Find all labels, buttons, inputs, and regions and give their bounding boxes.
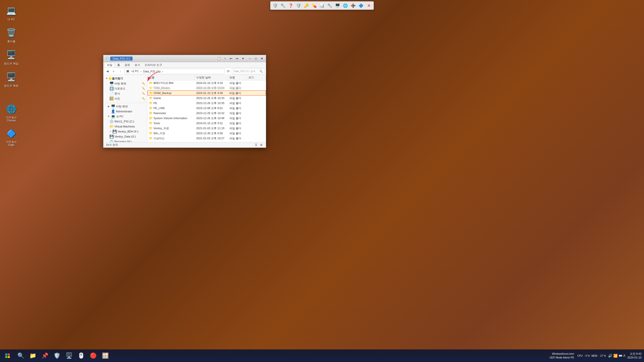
file-row-pe[interactable]: 📁 PE 2023-12-26 오후 10:35 파일 폴더: [147, 101, 266, 106]
taskbar-clock[interactable]: 오전 9:42 2024-01-10: [627, 352, 641, 360]
file-row-recycle[interactable]: 📁 $RECYCLE.BIN 2024-01-10 오후 9:33 파일 폴더: [147, 80, 266, 85]
nav-item-win11[interactable]: 💿 Win11_P31 (C:): [103, 119, 147, 124]
ribbon-tab-view[interactable]: 보기: [133, 63, 142, 67]
file-row-sysvolinfo[interactable]: 📁 System Volume Information 2023-12-26 오…: [147, 116, 266, 121]
file-row-win-prev[interactable]: 📁 Win_이전 2023-12-30 오후 6:56 파일 폴더: [147, 131, 266, 136]
toolbar-btn-pill[interactable]: 💊: [311, 2, 318, 9]
toolbar-btn-help[interactable]: ❓: [287, 2, 294, 9]
file-row-rainmeter[interactable]: 📁 Rainmeter 2023-12-26 오후 10:32 파일 폴더: [147, 111, 266, 116]
taskbar-app-pin[interactable]: 📌: [39, 350, 51, 361]
file-row-dism[interactable]: 📁 DISM_Backup 2024-01-10 오후 9:40 파일 폴더: [147, 90, 266, 96]
nav-item-recovery[interactable]: 💿 Recovery (H:): [103, 139, 147, 142]
maximize-button[interactable]: □: [253, 56, 259, 61]
taskbar-app-mouse[interactable]: 🖱️: [75, 350, 87, 361]
nav-item-desktop[interactable]: 🖥️ 바탕 화면 ✏️: [103, 81, 147, 86]
nav-item-ventoy-data[interactable]: 💾 Ventoy_Data (G:): [103, 134, 147, 139]
col-date[interactable]: 수정한 날짜: [195, 75, 228, 80]
systray-icon-1[interactable]: 🔊: [608, 354, 612, 358]
file-row-7234drivers[interactable]: 📁 7234_Drivers 2023-12-26 오후 10:34 파일 폴더: [147, 85, 266, 90]
toolbar-btn-chrome[interactable]: 🌐: [342, 2, 349, 9]
close-button[interactable]: ✕: [259, 56, 265, 61]
large-icons-button[interactable]: ⊞: [259, 143, 263, 147]
file-name-vm-ko: 📁 가상머신: [147, 136, 195, 141]
toolbar-btn-close[interactable]: ✕: [365, 2, 372, 9]
search-box[interactable]: Data_P31 (Y:) 검색 🔍: [232, 69, 265, 74]
title-down-arrow[interactable]: ▼: [240, 56, 246, 61]
file-row-game[interactable]: 📁 Game 2023-12-26 오후 10:33 파일 폴더: [147, 96, 266, 101]
taskbar-app-shield[interactable]: 🛡️: [51, 350, 63, 361]
title-redo-btn[interactable]: ↪: [234, 56, 240, 61]
start-button[interactable]: [1, 351, 14, 361]
nav-item-ventoy-bdh[interactable]: ✔ 💾 Ventoy_BDH (F:): [103, 129, 147, 134]
file-row-tools[interactable]: 📁 Tools 2024-01-10 오후 9:31 파일 폴더: [147, 121, 266, 126]
toolbar-btn-monitor[interactable]: 🖥️: [334, 2, 341, 9]
ribbon: 파일 홈 공유 보기 드라이브 도구: [103, 62, 266, 68]
file-date-tools: 2024-01-10 오후 9:31: [195, 121, 228, 126]
toolbar-btn-shield[interactable]: 🛡️: [272, 2, 279, 9]
ribbon-tab-drive-tools[interactable]: 드라이브 도구: [143, 63, 164, 67]
toolbar-btn-edge[interactable]: 🔷: [357, 2, 365, 9]
desktop-icon-win-copy[interactable]: 🖥️ 윈도우 복본: [1, 69, 21, 90]
desktop-icon-my-pc[interactable]: 💻 내 PC: [1, 3, 21, 23]
systray: 🔊 📶 ⌨️ A: [608, 354, 625, 358]
title-new-btn[interactable]: 📋: [216, 56, 222, 61]
nav-item-admin[interactable]: 👤 Administrator: [103, 109, 147, 114]
col-name[interactable]: 이름: [147, 75, 195, 80]
nav-item-desktop2[interactable]: ▶ 🖥️ 바탕 화면: [103, 104, 147, 109]
nav-item-pics[interactable]: 🖼️ 사진 ✏️: [103, 96, 147, 101]
ribbon-tab-file[interactable]: 파일: [105, 62, 115, 67]
desktop-icon-chrome[interactable]: 🌐 지역 동네Chrome: [1, 101, 21, 124]
desktop-icon-win-backup[interactable]: 🖥️ 윈도우 백업: [1, 47, 21, 68]
nav-item-vm[interactable]: 📁 Virtual Machines: [103, 124, 147, 129]
desktop-icon-edge[interactable]: 🔷 지역 동네Edge: [1, 125, 21, 149]
col-type[interactable]: 유형: [228, 75, 247, 80]
systray-icon-2[interactable]: 📶: [613, 354, 618, 358]
nav-favorites-header[interactable]: ▼ ⭐ 즐겨찾기: [103, 76, 147, 81]
win-backup-icon: 🖥️: [5, 49, 17, 61]
folder-icon-7234: 📁: [149, 86, 152, 90]
nav-item-docs[interactable]: 📄 문서 ✏️: [103, 91, 147, 96]
title-up-btn[interactable]: ↑: [222, 56, 228, 61]
file-row-vm-ko[interactable]: 📁 가상머신 2021-01-03 오후 10:27 파일 폴더: [147, 136, 266, 141]
ribbon-tab-share[interactable]: 공유: [123, 63, 132, 67]
file-type-recycle: 파일 폴더: [228, 80, 247, 85]
taskbar-app-search[interactable]: 🔍: [15, 350, 26, 361]
file-type-rainmeter: 파일 폴더: [228, 111, 247, 116]
details-view-button[interactable]: ☰: [254, 143, 258, 147]
desktop-icon-recycle[interactable]: 🗑️ 휴지통: [1, 25, 21, 46]
file-row-ventoy-data[interactable]: 📁 Ventoy_자료 2021-01-03 오후 11:19 파일 폴더: [147, 126, 266, 131]
title-undo-btn[interactable]: ↩: [228, 56, 234, 61]
toolbar-btn-shield2[interactable]: 🛡️: [295, 2, 302, 9]
minimize-button[interactable]: −: [247, 56, 253, 61]
nav-desktop-label: 바탕 화면: [114, 82, 126, 85]
address-bar: ◀ ▶ ↑ 💻 내 PC › Data_P31 (Y:) › ⟳ Data_P3…: [103, 68, 266, 75]
title-tab-active[interactable]: Data_P31 (Y:): [110, 57, 133, 61]
path-pc[interactable]: 내 PC: [131, 69, 139, 73]
systray-icon-3[interactable]: ⌨️: [619, 354, 622, 357]
nav-divider-1: [103, 103, 147, 103]
file-name-dism: 📁 DISM_Backup: [148, 91, 195, 95]
file-row-pe-link[interactable]: 📁 PE_LINK 2023-12-08 오후 8:01 파일 폴더: [147, 106, 266, 111]
taskbar-app-monitor[interactable]: 🖥️: [63, 350, 75, 361]
back-button[interactable]: ◀: [105, 69, 110, 74]
nav-admin-icon: 👤: [111, 109, 115, 113]
nav-item-downloads[interactable]: ⬇️ 다운로드 ✏️: [103, 86, 147, 91]
ribbon-tab-home[interactable]: 홈: [115, 63, 122, 67]
systray-icon-4[interactable]: A: [623, 354, 625, 357]
toolbar-btn-wrench[interactable]: 🔧: [279, 2, 287, 9]
nav-desktop2-icon: 🖥️: [111, 104, 115, 108]
col-size[interactable]: 크기: [247, 75, 266, 80]
address-path[interactable]: 💻 내 PC › Data_P31 (Y:) ›: [124, 69, 224, 74]
taskbar-app-red[interactable]: 🔴: [88, 350, 99, 361]
path-drive[interactable]: Data_P31 (Y:): [142, 70, 161, 73]
up-button[interactable]: ↑: [118, 69, 123, 74]
toolbar-btn-chart[interactable]: 📊: [318, 2, 326, 9]
taskbar-app-windows[interactable]: 🪟: [100, 350, 111, 361]
toolbar-btn-key[interactable]: 🔑: [303, 2, 310, 9]
taskbar-app-files[interactable]: 📁: [27, 350, 38, 361]
refresh-button[interactable]: ⟳: [225, 69, 231, 74]
nav-item-mypc[interactable]: ▼ 💻 내 PC: [103, 114, 147, 119]
toolbar-btn-plus[interactable]: ➕: [350, 2, 357, 9]
toolbar-btn-wrench2[interactable]: 🔧: [326, 2, 333, 9]
folder-icon-pe: 📁: [149, 101, 152, 105]
